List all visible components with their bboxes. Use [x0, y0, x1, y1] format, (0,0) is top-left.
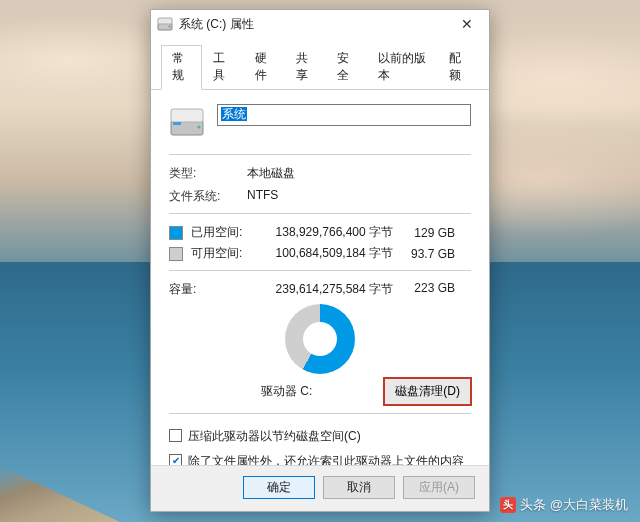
index-checkbox[interactable]: ✔: [169, 454, 182, 465]
drive-name-input[interactable]: 系统: [217, 104, 471, 126]
type-value: 本地磁盘: [247, 165, 471, 182]
used-gb: 129 GB: [393, 226, 455, 240]
drive-large-icon: [169, 104, 205, 140]
filesystem-label: 文件系统:: [169, 188, 247, 205]
tab-security[interactable]: 安全: [326, 45, 367, 90]
svg-rect-4: [171, 109, 203, 122]
drive-name-value: 系统: [221, 107, 247, 121]
close-button[interactable]: ✕: [447, 11, 487, 37]
tab-sharing[interactable]: 共享: [285, 45, 326, 90]
free-swatch: [169, 247, 183, 261]
watermark-text: 头条 @大白菜装机: [520, 496, 628, 514]
svg-rect-5: [173, 122, 181, 125]
tab-bar: 常规 工具 硬件 共享 安全 以前的版本 配额: [151, 38, 489, 90]
window-title: 系统 (C:) 属性: [179, 16, 447, 33]
tab-hardware[interactable]: 硬件: [244, 45, 285, 90]
separator: [169, 413, 471, 414]
free-label: 可用空间:: [191, 245, 253, 262]
tab-previous-versions[interactable]: 以前的版本: [367, 45, 437, 90]
separator: [169, 154, 471, 155]
properties-dialog: 系统 (C:) 属性 ✕ 常规 工具 硬件 共享 安全 以前的版本 配额 系统 …: [150, 9, 490, 512]
filesystem-value: NTFS: [247, 188, 471, 205]
separator: [169, 270, 471, 271]
index-label: 除了文件属性外，还允许索引此驱动器上文件的内容(I): [188, 453, 471, 465]
watermark-icon: 头: [500, 497, 516, 513]
svg-rect-1: [158, 18, 172, 24]
usage-donut-chart: [285, 304, 355, 374]
compress-label: 压缩此驱动器以节约磁盘空间(C): [188, 428, 361, 445]
apply-button[interactable]: 应用(A): [403, 476, 475, 499]
tab-tools[interactable]: 工具: [202, 45, 243, 90]
capacity-bytes: 239,614,275,584 字节: [253, 281, 393, 298]
compress-checkbox[interactable]: [169, 429, 182, 442]
watermark: 头 头条 @大白菜装机: [500, 496, 628, 514]
separator: [169, 213, 471, 214]
ok-button[interactable]: 确定: [243, 476, 315, 499]
svg-point-6: [197, 125, 200, 128]
tab-quota[interactable]: 配额: [438, 45, 479, 90]
dialog-buttons: 确定 取消 应用(A): [151, 465, 489, 511]
tab-general[interactable]: 常规: [161, 45, 202, 90]
tab-content: 系统 类型: 本地磁盘 文件系统: NTFS 已用空间: 138,929,766…: [151, 90, 489, 465]
cancel-button[interactable]: 取消: [323, 476, 395, 499]
drive-icon: [157, 16, 173, 32]
used-label: 已用空间:: [191, 224, 253, 241]
type-label: 类型:: [169, 165, 247, 182]
used-swatch: [169, 226, 183, 240]
drive-letter-label: 驱动器 C:: [169, 383, 364, 400]
used-bytes: 138,929,766,400 字节: [253, 224, 393, 241]
free-bytes: 100,684,509,184 字节: [253, 245, 393, 262]
capacity-gb: 223 GB: [393, 281, 455, 298]
capacity-label: 容量:: [169, 281, 253, 298]
disk-cleanup-button[interactable]: 磁盘清理(D): [384, 378, 471, 405]
svg-point-2: [169, 26, 171, 28]
free-gb: 93.7 GB: [393, 247, 455, 261]
titlebar: 系统 (C:) 属性 ✕: [151, 10, 489, 38]
